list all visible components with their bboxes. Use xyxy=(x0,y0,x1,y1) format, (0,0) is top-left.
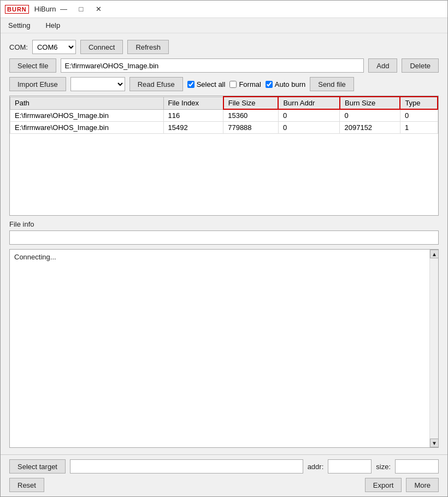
file-path-input[interactable] xyxy=(61,58,364,73)
col-burn-size: Burn Size xyxy=(340,97,400,109)
add-button[interactable]: Add xyxy=(368,58,397,73)
efuse-select[interactable] xyxy=(70,77,125,91)
select-file-button[interactable]: Select file xyxy=(9,58,56,73)
efuse-row: Import Efuse Read Efuse Select all Forma… xyxy=(9,77,439,91)
bottom-bar: Select target addr: size: Reset Export M… xyxy=(1,454,447,496)
file-info-label: File info xyxy=(9,220,439,228)
table-cell: 0 xyxy=(278,109,340,122)
formal-label[interactable]: Formal xyxy=(229,80,261,88)
table-cell: 15360 xyxy=(223,109,279,122)
delete-button[interactable]: Delete xyxy=(402,58,439,73)
log-scrollbar[interactable]: ▲ ▼ xyxy=(429,250,438,447)
table-cell: E:\firmware\OHOS_Image.bin xyxy=(10,109,164,122)
close-button[interactable]: ✕ xyxy=(91,3,107,15)
scroll-up-btn[interactable]: ▲ xyxy=(430,250,439,258)
refresh-button[interactable]: Refresh xyxy=(127,40,169,54)
table-cell: 0 xyxy=(278,122,340,134)
select-all-label[interactable]: Select all xyxy=(187,80,226,88)
addr-input[interactable] xyxy=(328,459,372,474)
table-cell: 15492 xyxy=(163,122,223,134)
table-cell: 1 xyxy=(400,122,438,134)
table-cell: 2097152 xyxy=(340,122,400,134)
export-button[interactable]: Export xyxy=(365,478,402,492)
read-efuse-button[interactable]: Read Efuse xyxy=(129,77,183,91)
title-controls: — □ ✕ xyxy=(56,3,107,15)
auto-burn-checkbox[interactable] xyxy=(266,81,273,88)
send-file-button[interactable]: Send file xyxy=(310,77,354,91)
formal-text: Formal xyxy=(239,80,261,88)
target-input[interactable] xyxy=(70,459,303,474)
menu-bar: Setting Help xyxy=(1,18,447,33)
main-window: BURN HiBurn — □ ✕ Setting Help COM: COM6… xyxy=(0,0,448,497)
file-table-wrapper: Path File Index File Size Burn Addr Burn… xyxy=(9,96,439,216)
auto-burn-label[interactable]: Auto burn xyxy=(266,80,305,88)
scroll-down-btn[interactable]: ▼ xyxy=(430,439,439,447)
formal-checkbox[interactable] xyxy=(229,81,237,88)
import-efuse-button[interactable]: Import Efuse xyxy=(9,77,66,91)
select-target-button[interactable]: Select target xyxy=(9,459,66,474)
app-logo: BURN xyxy=(5,5,29,14)
table-cell: 116 xyxy=(163,109,223,122)
com-row: COM: COM6 Connect Refresh xyxy=(9,40,439,54)
table-cell: 0 xyxy=(400,109,438,122)
col-file-size: File Size xyxy=(223,97,279,109)
main-content: COM: COM6 Connect Refresh Select file Ad… xyxy=(1,33,447,454)
log-text: Connecting... xyxy=(14,253,56,261)
title-bar-logo: BURN HiBurn xyxy=(5,5,56,14)
reset-button[interactable]: Reset xyxy=(9,478,44,492)
minimize-button[interactable]: — xyxy=(56,3,72,15)
table-row: E:\firmware\OHOS_Image.bin11615360000 xyxy=(10,109,438,122)
com-label: COM: xyxy=(9,43,28,51)
com-select[interactable]: COM6 xyxy=(32,40,76,54)
col-burn-addr: Burn Addr xyxy=(278,97,340,109)
table-header-row: Path File Index File Size Burn Addr Burn… xyxy=(10,97,438,109)
scroll-track xyxy=(430,258,438,439)
app-title: HiBurn xyxy=(34,5,56,13)
table-body: E:\firmware\OHOS_Image.bin11615360000E:\… xyxy=(10,109,438,134)
select-all-checkbox[interactable] xyxy=(187,81,194,88)
bottom-row-1: Select target addr: size: xyxy=(9,459,439,474)
size-input[interactable] xyxy=(395,459,439,474)
col-path: Path xyxy=(10,97,164,109)
file-row: Select file Add Delete xyxy=(9,58,439,73)
auto-burn-text: Auto burn xyxy=(275,80,305,88)
bottom-row-2: Reset Export More xyxy=(9,478,439,492)
file-table: Path File Index File Size Burn Addr Burn… xyxy=(10,96,438,134)
menu-setting[interactable]: Setting xyxy=(5,20,33,31)
maximize-button[interactable]: □ xyxy=(74,3,89,15)
select-all-text: Select all xyxy=(197,80,226,88)
addr-label: addr: xyxy=(308,463,324,471)
table-cell: E:\firmware\OHOS_Image.bin xyxy=(10,122,164,134)
table-cell: 779888 xyxy=(223,122,279,134)
more-button[interactable]: More xyxy=(406,478,439,492)
title-bar: BURN HiBurn — □ ✕ xyxy=(1,1,447,18)
table-row: E:\firmware\OHOS_Image.bin15492779888020… xyxy=(10,122,438,134)
col-file-index: File Index xyxy=(163,97,223,109)
log-box: Connecting... ▲ ▼ xyxy=(9,249,439,448)
table-cell: 0 xyxy=(340,109,400,122)
file-info-section: File info xyxy=(9,220,439,245)
menu-help[interactable]: Help xyxy=(42,20,63,31)
connect-button[interactable]: Connect xyxy=(80,40,123,54)
file-info-box xyxy=(9,230,439,245)
size-label: size: xyxy=(376,463,391,471)
col-type: Type xyxy=(400,97,438,109)
